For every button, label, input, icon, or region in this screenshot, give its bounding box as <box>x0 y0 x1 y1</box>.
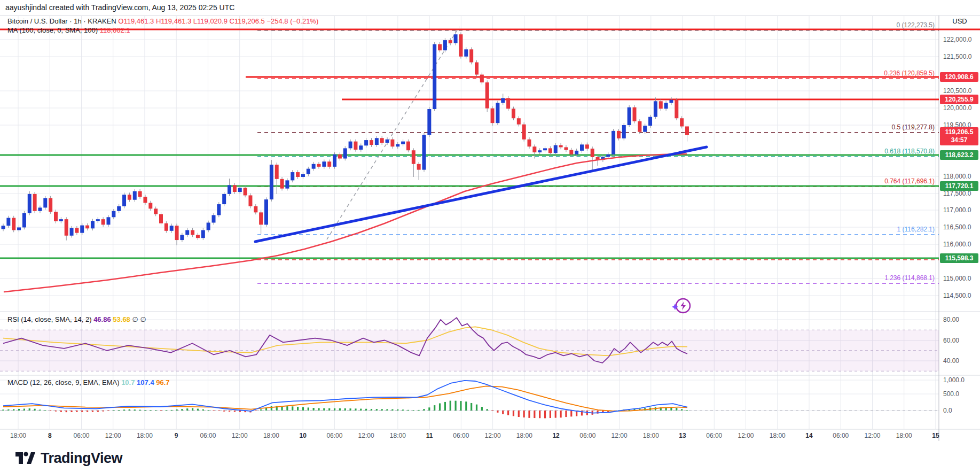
time-axis-label[interactable]: 12:00 <box>611 432 628 439</box>
candle-body <box>54 212 58 221</box>
candle-body <box>259 212 263 225</box>
time-axis-label[interactable]: 18:00 <box>263 432 279 439</box>
candle-body <box>469 49 473 62</box>
time-axis-label[interactable]: 06:00 <box>706 432 722 439</box>
time-axis-label[interactable]: 06:00 <box>579 432 595 439</box>
macd-histogram-bar <box>144 410 146 411</box>
macd-histogram-bar <box>313 408 315 411</box>
time-axis-label[interactable]: 14 <box>805 432 812 439</box>
candle-body <box>59 219 63 221</box>
candle-body <box>380 138 384 143</box>
time-axis-label[interactable]: 13 <box>679 432 686 439</box>
macd-value: 107.4 <box>137 378 154 386</box>
price-axis-tick[interactable]: 121,500.0 <box>943 53 971 60</box>
time-axis-label[interactable]: 18:00 <box>10 432 26 439</box>
price-axis-tick[interactable]: 117,500.0 <box>943 190 971 197</box>
price-axis-tick[interactable]: 0.0 <box>943 407 952 414</box>
candle-body <box>654 101 657 117</box>
candle-body <box>643 126 647 131</box>
candle-body <box>296 172 300 177</box>
price-level-label[interactable]: 118,623.2 <box>940 150 978 160</box>
candle-body <box>275 165 279 179</box>
macd-histogram-bar <box>450 401 451 411</box>
price-level-label[interactable]: 120,255.9 <box>940 95 978 104</box>
candle-body <box>143 197 147 203</box>
time-axis-label[interactable]: 12:00 <box>358 432 374 439</box>
price-level-label[interactable]: 117,720.1 <box>940 181 978 191</box>
time-axis-label[interactable]: 12:00 <box>232 432 248 439</box>
macd-histogram-bar <box>497 411 498 413</box>
candle-body <box>159 214 163 223</box>
candle-body <box>38 207 42 211</box>
time-axis-label[interactable]: 06:00 <box>833 432 849 439</box>
macd-histogram-bar <box>476 405 477 411</box>
time-axis-label[interactable]: 06:00 <box>200 432 216 439</box>
time-axis-label[interactable]: 18:00 <box>137 432 153 439</box>
price-axis-tick[interactable]: 120,500.0 <box>943 87 971 95</box>
time-axis-label[interactable]: 12:00 <box>105 432 121 439</box>
tradingview-logo[interactable]: TradingView <box>15 449 122 467</box>
price-axis-tick[interactable]: 122,000.0 <box>943 36 971 43</box>
price-axis-tick[interactable]: 115,000.0 <box>943 275 971 282</box>
fib-level-label: 0.618 (118,570.8) <box>774 148 935 155</box>
ma-legend[interactable]: MA (100, close, 0, SMA, 100) 118,662.1 <box>7 26 130 34</box>
candle-body <box>538 150 542 152</box>
rsi-legend[interactable]: RSI (14, close, SMA, 14, 2) 46.86 53.68 … <box>7 315 146 323</box>
symbol-legend[interactable]: Bitcoin / U.S. Dollar · 1h · KRAKEN O119… <box>7 17 318 25</box>
macd-histogram-bar <box>129 409 130 411</box>
price-axis-currency[interactable]: USD <box>939 17 980 25</box>
macd-histogram-bar <box>81 411 83 412</box>
price-axis-tick[interactable]: 117,000.0 <box>943 206 971 214</box>
time-axis-label[interactable]: 18:00 <box>643 432 659 439</box>
price-axis-tick[interactable]: 60.00 <box>943 337 959 344</box>
candle-body <box>354 142 357 150</box>
candle-body <box>233 185 237 192</box>
price-axis-tick[interactable]: 80.00 <box>943 316 959 323</box>
time-axis-label[interactable]: 18:00 <box>896 432 912 439</box>
time-axis-label[interactable]: 10 <box>299 432 306 439</box>
candle-body <box>517 118 521 124</box>
macd-histogram-bar <box>539 411 540 418</box>
price-axis-tick[interactable]: 500.0 <box>943 390 959 398</box>
time-axis-label[interactable]: 12:00 <box>485 432 501 439</box>
macd-histogram-bar <box>334 408 335 411</box>
price-axis-tick[interactable]: 40.00 <box>943 357 959 365</box>
time-axis-label[interactable]: 06:00 <box>326 432 342 439</box>
time-axis-label[interactable]: 12:00 <box>738 432 754 439</box>
macd-histogram-bar <box>439 403 441 411</box>
macd-histogram-bar <box>344 408 346 411</box>
candle-body <box>422 135 426 170</box>
macd-histogram-bar <box>381 409 383 411</box>
time-axis-label[interactable]: 06:00 <box>73 432 89 439</box>
time-axis-label[interactable]: 12:00 <box>864 432 880 439</box>
macd-legend[interactable]: MACD (12, 26, close, 9, EMA, EMA) 10.7 1… <box>7 378 170 386</box>
time-axis-label[interactable]: 18:00 <box>390 432 406 439</box>
price-level-label[interactable]: 115,598.3 <box>940 253 978 263</box>
current-price-label[interactable]: 119,206.534:57 <box>940 127 978 145</box>
time-axis-label[interactable]: 18:00 <box>770 432 786 439</box>
price-level-label[interactable]: 120,908.6 <box>940 72 978 82</box>
macd-histogram-bar <box>44 411 46 411</box>
macd-histogram-bar <box>402 409 404 411</box>
candle-body <box>591 149 594 157</box>
price-axis-tick[interactable]: 118,000.0 <box>943 173 971 180</box>
macd-histogram-bar <box>171 410 173 411</box>
price-axis-tick[interactable]: 120,000.0 <box>943 104 971 112</box>
fib-level-label: 0.5 (119,277.8) <box>774 123 935 131</box>
time-axis-label[interactable]: 12 <box>552 432 559 439</box>
macd-histogram-bar <box>318 408 319 411</box>
price-axis-tick[interactable]: 114,500.0 <box>943 292 971 299</box>
tradingview-wordmark: TradingView <box>41 450 122 467</box>
macd-histogram-bar <box>181 409 183 411</box>
price-axis-tick[interactable]: 116,000.0 <box>943 241 971 248</box>
time-axis-label[interactable]: 18:00 <box>516 432 532 439</box>
attribution-text: aayushjindal created with TradingView.co… <box>5 3 234 12</box>
time-axis-label[interactable]: 8 <box>48 432 52 439</box>
time-axis-label[interactable]: 9 <box>175 432 178 439</box>
price-axis-tick[interactable]: 1,000.0 <box>943 376 965 384</box>
time-axis-label[interactable]: 15 <box>932 432 939 439</box>
macd-histogram-bar <box>397 409 398 411</box>
time-axis-label[interactable]: 11 <box>426 432 433 439</box>
price-axis-tick[interactable]: 116,500.0 <box>943 223 971 231</box>
time-axis-label[interactable]: 06:00 <box>453 432 469 439</box>
